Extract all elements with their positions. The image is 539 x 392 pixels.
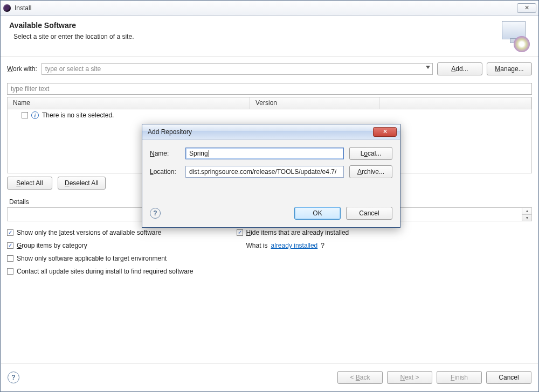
- page-subtitle: Select a site or enter the location of a…: [13, 33, 134, 40]
- add-site-button[interactable]: Add...: [437, 62, 482, 75]
- wizard-header: Available Software Select a site or ente…: [1, 16, 538, 57]
- window-close-button[interactable]: ✕: [517, 3, 536, 13]
- dialog-cancel-button[interactable]: Cancel: [346, 207, 392, 220]
- dialog-close-button[interactable]: ✕: [373, 127, 397, 137]
- table-row: i There is no site selected.: [8, 109, 531, 121]
- cancel-button[interactable]: Cancel: [486, 371, 531, 384]
- page-title: Available Software: [9, 21, 134, 30]
- work-with-placeholder: type or select a site: [45, 65, 101, 73]
- filter-placeholder: type filter text: [11, 85, 49, 93]
- dialog-title: Add Repository: [148, 128, 192, 136]
- archive-button[interactable]: Archive...: [349, 165, 392, 178]
- checkbox-target-env[interactable]: [7, 255, 13, 262]
- app-icon: [3, 4, 11, 12]
- already-installed-link[interactable]: already installed: [271, 242, 318, 249]
- option-group[interactable]: Group items by category: [7, 242, 194, 249]
- info-icon: i: [31, 111, 39, 119]
- window-titlebar: Install ✕: [1, 1, 538, 16]
- window-title: Install: [15, 4, 31, 12]
- column-name[interactable]: Name: [8, 97, 250, 109]
- back-button[interactable]: < Back: [337, 371, 383, 384]
- checkbox-latest[interactable]: [7, 229, 13, 236]
- column-version[interactable]: Version: [250, 97, 379, 109]
- local-button[interactable]: Local...: [349, 147, 392, 160]
- column-spacer: [379, 97, 531, 109]
- select-all-button[interactable]: Select All: [7, 177, 52, 190]
- dialog-help-icon[interactable]: ?: [150, 208, 161, 219]
- checkbox-contact-sites[interactable]: [7, 268, 13, 275]
- empty-message: There is no site selected.: [42, 111, 114, 119]
- work-with-label: Work with:: [7, 65, 37, 73]
- dialog-ok-button[interactable]: OK: [294, 207, 341, 220]
- manage-sites-button[interactable]: Manage...: [487, 62, 532, 75]
- chevron-down-icon: [426, 66, 430, 69]
- deselect-all-button[interactable]: Deselect All: [58, 177, 106, 190]
- checkbox-group[interactable]: [7, 242, 13, 249]
- option-contact-sites[interactable]: Contact all update sites during install …: [7, 268, 194, 275]
- table-header: Name Version: [8, 97, 531, 109]
- row-checkbox[interactable]: [22, 112, 28, 118]
- work-with-combo[interactable]: type or select a site: [42, 63, 433, 75]
- filter-input[interactable]: type filter text: [7, 83, 532, 95]
- option-latest[interactable]: Show only the latest versions of availab…: [7, 229, 194, 236]
- dialog-titlebar[interactable]: Add Repository ✕: [142, 124, 400, 139]
- finish-button[interactable]: Finish: [437, 371, 482, 384]
- add-repository-dialog: Add Repository ✕ Name: Spring Local... L…: [142, 124, 400, 228]
- repo-name-label: Name:: [150, 150, 180, 157]
- already-installed-hint: What is already installed ?: [237, 242, 349, 249]
- option-target-env[interactable]: Show only software applicable to target …: [7, 255, 194, 262]
- next-button[interactable]: Next >: [387, 371, 432, 384]
- repo-location-label: Location:: [150, 168, 180, 176]
- wizard-banner-image: [497, 21, 530, 50]
- help-icon[interactable]: ?: [8, 372, 19, 383]
- repo-location-input[interactable]: dist.springsource.com/release/TOOLS/upda…: [185, 166, 344, 178]
- details-spinner[interactable]: ▴▾: [522, 208, 531, 221]
- checkbox-hide-installed[interactable]: [237, 229, 243, 236]
- option-hide-installed[interactable]: Hide items that are already installed: [237, 229, 349, 236]
- repo-name-input[interactable]: Spring: [185, 148, 344, 159]
